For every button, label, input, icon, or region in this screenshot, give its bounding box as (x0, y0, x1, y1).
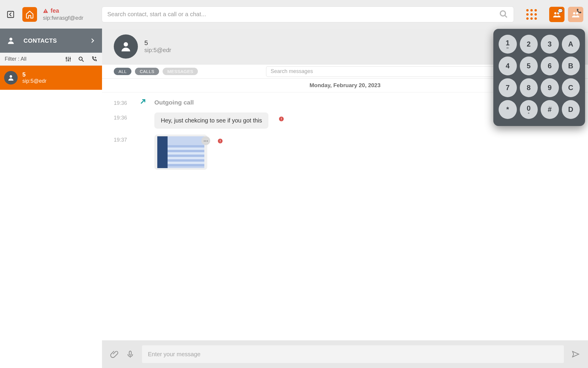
key-a[interactable]: A (562, 35, 580, 54)
svg-rect-2 (45, 12, 46, 12)
timestamp: 19:36 (114, 112, 131, 121)
conversation-name: 5 (144, 39, 171, 47)
svg-point-5 (554, 12, 557, 14)
dialpad-overlay: 1∞ 2 3 A 4 5 6 B 7 8 9 C * 0+ # D (493, 29, 585, 126)
group-call-button[interactable]: 📞 (568, 7, 583, 22)
svg-point-16 (79, 57, 82, 60)
conversation-avatar (114, 34, 138, 59)
key-5[interactable]: 5 (520, 57, 538, 75)
collapse-icon (6, 10, 15, 19)
key-hash[interactable]: # (541, 100, 559, 119)
image-thumbnail (157, 136, 204, 168)
svg-point-21 (124, 42, 128, 47)
event-row-image: 19:37 ⋯ ! (114, 135, 576, 170)
global-search-wrap (102, 6, 514, 22)
account-uri: sip:fwrasgf@edr (43, 15, 96, 21)
key-star[interactable]: * (499, 100, 517, 119)
key-6[interactable]: 6 (541, 57, 559, 75)
warning-icon (43, 8, 48, 14)
dialpad-toggle-button[interactable] (526, 9, 537, 20)
contacts-title: CONTACTS (24, 37, 90, 44)
global-search-input[interactable] (102, 6, 514, 22)
svg-point-15 (69, 58, 71, 59)
message-thread: 19:36 Outgoing call 19:36 Hey, just chek… (102, 92, 588, 340)
person-icon (119, 40, 132, 53)
svg-rect-1 (45, 10, 46, 11)
timestamp: 19:36 (114, 98, 131, 106)
key-3[interactable]: 3 (541, 35, 559, 54)
chevron-right-icon (90, 38, 96, 44)
svg-rect-0 (8, 11, 14, 17)
key-9[interactable]: 9 (541, 78, 559, 97)
group-chat-button[interactable]: 💬 (549, 7, 564, 22)
key-2[interactable]: 2 (520, 35, 538, 54)
search-icon[interactable] (499, 10, 508, 19)
home-icon (25, 10, 34, 19)
svg-point-13 (66, 57, 67, 59)
svg-line-4 (505, 15, 507, 17)
key-c[interactable]: C (562, 78, 580, 97)
home-button[interactable] (22, 7, 37, 22)
svg-point-9 (9, 38, 12, 41)
search-contacts-icon[interactable] (78, 56, 84, 62)
error-badge-icon[interactable]: ! (218, 139, 223, 143)
contact-name: 5 (22, 71, 46, 78)
account-identity: fea sip:fwrasgf@edr (43, 7, 96, 21)
error-badge-icon[interactable]: ! (279, 117, 284, 121)
svg-line-17 (82, 60, 84, 62)
send-icon[interactable] (572, 350, 580, 358)
new-call-icon[interactable] (91, 56, 97, 62)
outgoing-call-label: Outgoing call (154, 98, 194, 106)
key-7[interactable]: 7 (499, 78, 517, 97)
key-d[interactable]: D (562, 100, 580, 119)
top-bar: fea sip:fwrasgf@edr 💬 📞 (0, 0, 588, 29)
filter-label: Filter : All (5, 56, 65, 62)
key-b[interactable]: B (562, 57, 580, 75)
image-attachment[interactable]: ⋯ (154, 135, 207, 170)
collapse-sidebar-button[interactable] (5, 9, 16, 20)
svg-point-14 (68, 59, 69, 61)
tab-messages[interactable]: MESSAGES (163, 68, 198, 75)
conversation-uri: sip:5@edr (144, 47, 171, 54)
svg-point-3 (500, 11, 506, 16)
key-0[interactable]: 0+ (520, 100, 538, 119)
phone-badge-icon: 📞 (577, 9, 582, 13)
person-icon (6, 36, 15, 45)
tab-calls[interactable]: CALLS (135, 68, 159, 75)
tab-all[interactable]: ALL (114, 68, 131, 75)
mic-icon[interactable] (126, 350, 134, 358)
message-bubble[interactable]: Hey, just chekcing to see if you got thi… (154, 112, 268, 129)
attach-icon[interactable] (110, 350, 118, 358)
sidebar: CONTACTS Filter : All 5 sip:5@edr (0, 29, 102, 368)
conference-buttons: 💬 📞 (549, 7, 583, 22)
contact-avatar (4, 71, 18, 84)
svg-point-7 (573, 12, 575, 14)
account-name: fea (51, 7, 59, 14)
key-8[interactable]: 8 (520, 78, 538, 97)
filter-sliders-icon[interactable] (65, 56, 71, 62)
composer (102, 340, 588, 368)
timestamp: 19:37 (114, 135, 131, 143)
person-icon (7, 74, 15, 82)
attachment-more-button[interactable]: ⋯ (201, 136, 210, 145)
chat-bubble-badge-icon: 💬 (558, 9, 563, 13)
contact-uri: sip:5@edr (22, 78, 46, 84)
compose-input[interactable] (142, 345, 564, 363)
svg-rect-22 (129, 351, 131, 355)
svg-point-20 (10, 75, 12, 78)
contacts-header[interactable]: CONTACTS (0, 29, 102, 53)
filter-row: Filter : All (0, 53, 102, 66)
key-1[interactable]: 1∞ (499, 35, 517, 54)
key-4[interactable]: 4 (499, 57, 517, 75)
outgoing-call-icon (139, 98, 147, 107)
contact-item[interactable]: 5 sip:5@edr (0, 66, 102, 90)
